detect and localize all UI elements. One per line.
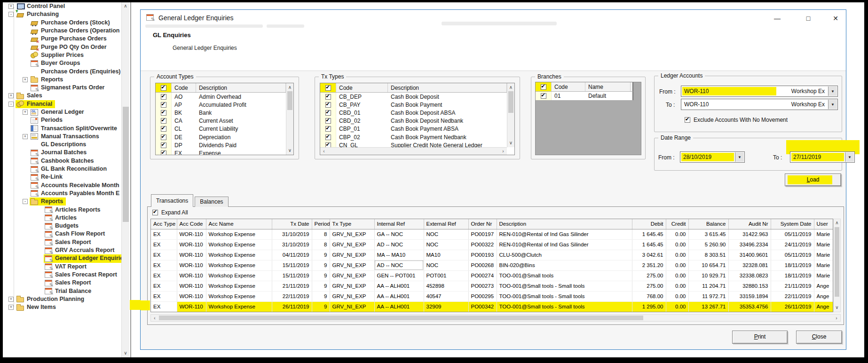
tree-item[interactable]: VAT Report: [3, 263, 121, 271]
row-checkbox[interactable]: [161, 134, 166, 140]
column-header[interactable]: System Date: [771, 219, 814, 229]
select-all-checkbox[interactable]: [541, 84, 546, 90]
tree-item[interactable]: Accounts Receivable Month: [3, 182, 121, 189]
transaction-row[interactable]: EX WOR-110 Workshop Expense 15/11/2019 9…: [151, 260, 833, 270]
tree-expander-icon[interactable]: [37, 215, 42, 221]
tree-expander-icon[interactable]: +: [8, 4, 14, 9]
list-scrollbar[interactable]: ∧ ∨: [286, 83, 293, 155]
list-horizontal-scrollbar[interactable]: ‹ ›: [320, 147, 507, 155]
tree-item[interactable]: Sigmanest Parts Order: [3, 84, 121, 92]
tree-expander-icon[interactable]: +: [23, 110, 28, 115]
tree-item[interactable]: Transaction Split/Overwrite: [3, 124, 121, 132]
scrollbar-thumb[interactable]: [287, 91, 292, 110]
tree-item[interactable]: Sales Report: [3, 238, 121, 246]
scroll-up-icon[interactable]: ∧: [122, 2, 129, 10]
scrollbar-thumb[interactable]: [508, 91, 513, 113]
row-checkbox[interactable]: [325, 102, 331, 108]
row-checkbox[interactable]: [541, 93, 546, 99]
tree-item[interactable]: - Purchasing: [3, 10, 121, 18]
tree-expander-icon[interactable]: [37, 256, 42, 261]
account-type-row[interactable]: AO Admin Overhead: [156, 93, 286, 101]
row-checkbox[interactable]: [161, 142, 166, 148]
column-header[interactable]: Tx Date: [272, 219, 312, 229]
column-header-code[interactable]: Code: [336, 83, 388, 92]
tree-scrollbar[interactable]: ∧ ∨: [121, 2, 129, 357]
ledger-from-combo[interactable]: WOR-110 Workshop Ex ▼: [681, 86, 838, 97]
minimize-button[interactable]: —: [770, 12, 785, 24]
row-checkbox[interactable]: [161, 118, 166, 124]
account-type-row[interactable]: EX Expense: [156, 149, 286, 155]
column-header[interactable]: Audit Nr: [728, 219, 771, 229]
tree-expander-icon[interactable]: [23, 142, 28, 147]
tx-type-row[interactable]: CBP_01 Cash Book Payment ABSA: [320, 125, 507, 133]
row-checkbox[interactable]: [325, 118, 331, 124]
dropdown-arrow-icon[interactable]: ▼: [828, 87, 837, 96]
column-header-description[interactable]: Description: [196, 83, 286, 92]
scrollbar-thumb[interactable]: [123, 107, 129, 222]
column-header[interactable]: Acc Type: [151, 219, 177, 229]
tree-expander-icon[interactable]: [37, 207, 42, 213]
tree-item[interactable]: Budgets: [3, 222, 121, 230]
column-header[interactable]: External Ref: [424, 219, 468, 229]
tree-expander-icon[interactable]: [23, 45, 28, 50]
tree-item[interactable]: Periods: [3, 116, 121, 124]
exclude-accounts-checkbox-row[interactable]: Exclude Accounts With No Movement: [685, 117, 788, 123]
tree-expander-icon[interactable]: [37, 280, 42, 285]
tree-item[interactable]: + Control Panel: [3, 2, 121, 10]
tree-item[interactable]: Articles: [3, 214, 121, 222]
tree-expander-icon[interactable]: [23, 61, 28, 66]
tree-item[interactable]: Trial Balance: [3, 287, 121, 295]
branch-row[interactable]: 01 Default: [536, 92, 633, 100]
tree-expander-icon[interactable]: [37, 272, 42, 277]
tree-item[interactable]: Sales Forecast Report: [3, 271, 121, 279]
tree-expander-icon[interactable]: [23, 69, 28, 74]
transaction-row[interactable]: EX WOR-110 Workshop Expense 31/10/2019 8…: [151, 239, 833, 250]
tab-transactions[interactable]: Transactions: [151, 194, 193, 207]
column-header[interactable]: Debit: [632, 219, 666, 229]
tree-expander-icon[interactable]: [23, 150, 28, 155]
row-checkbox[interactable]: [161, 150, 166, 155]
row-checkbox[interactable]: [325, 94, 331, 100]
tree-item[interactable]: Purchase Orders (Operation: [3, 27, 121, 35]
tx-type-row[interactable]: CB_PAY Cash Book Payment: [320, 101, 507, 109]
row-checkbox[interactable]: [161, 102, 166, 108]
tree-item[interactable]: GRV Accruals Report: [3, 246, 121, 254]
tree-item[interactable]: Cash Flow Report: [3, 230, 121, 238]
account-type-row[interactable]: DE Depreciation: [156, 133, 286, 141]
select-all-cell[interactable]: [320, 83, 336, 92]
scrollbar-thumb[interactable]: [835, 227, 839, 297]
column-header[interactable]: Credit: [666, 219, 688, 229]
tree-item[interactable]: Purge Purchase Orders: [3, 35, 121, 43]
column-header[interactable]: User: [814, 219, 833, 229]
tree-item[interactable]: GL Descriptions: [3, 141, 121, 149]
tree-item[interactable]: Purge PO Qty On Order: [3, 43, 121, 51]
tree-item[interactable]: - Financial: [3, 100, 121, 108]
tree-item[interactable]: + New Items: [3, 303, 121, 311]
column-header-description[interactable]: Description: [388, 83, 507, 92]
tx-type-row[interactable]: CBD_02 Cash Book Deposit Nedbank: [320, 117, 507, 125]
tree-item[interactable]: Supplier Prices: [3, 51, 121, 59]
tree-expander-icon[interactable]: [23, 36, 28, 41]
select-all-checkbox[interactable]: [161, 85, 166, 91]
tree-item[interactable]: Cashbook Batches: [3, 157, 121, 165]
transaction-row[interactable]: EX WOR-110 Workshop Expense 21/11/2019 9…: [151, 281, 833, 291]
table-horizontal-scrollbar[interactable]: ‹ ›: [150, 314, 841, 322]
select-all-cell[interactable]: [536, 82, 552, 91]
tree-expander-icon[interactable]: +: [8, 93, 14, 98]
column-header-code[interactable]: Code: [552, 82, 585, 91]
account-type-row[interactable]: CA Current Asset: [156, 117, 286, 125]
list-scrollbar[interactable]: ∧ ∨: [507, 83, 514, 147]
tree-expander-icon[interactable]: [37, 223, 42, 229]
print-button[interactable]: Print: [732, 331, 788, 344]
maximize-button[interactable]: □: [801, 12, 816, 24]
tree-expander-icon[interactable]: [37, 289, 42, 294]
tree-expander-icon[interactable]: [23, 126, 28, 131]
tree-expander-icon[interactable]: -: [8, 102, 14, 107]
tree-item[interactable]: Re-Link: [3, 173, 121, 181]
scroll-up-icon[interactable]: ∧: [507, 84, 514, 91]
load-button[interactable]: Load: [785, 174, 841, 186]
column-header-code[interactable]: Code: [172, 83, 196, 92]
exclude-accounts-checkbox[interactable]: [685, 117, 690, 123]
account-type-row[interactable]: BK Bank: [156, 109, 286, 117]
tree-item[interactable]: Buyer Groups: [3, 59, 121, 67]
